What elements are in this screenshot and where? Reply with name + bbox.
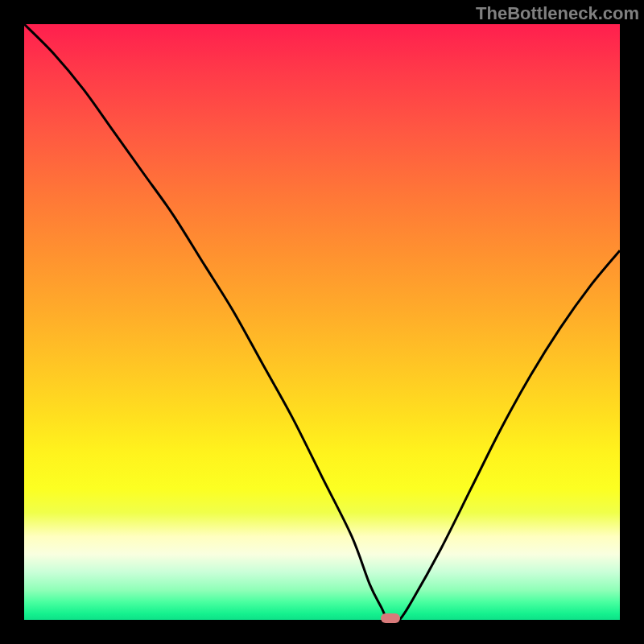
chart-container: TheBottleneck.com [0, 0, 644, 644]
curve-layer [24, 24, 620, 620]
watermark-text: TheBottleneck.com [476, 3, 639, 24]
plot-area [24, 24, 620, 620]
optimal-point-marker [381, 613, 400, 623]
bottleneck-curve-line [24, 24, 620, 620]
